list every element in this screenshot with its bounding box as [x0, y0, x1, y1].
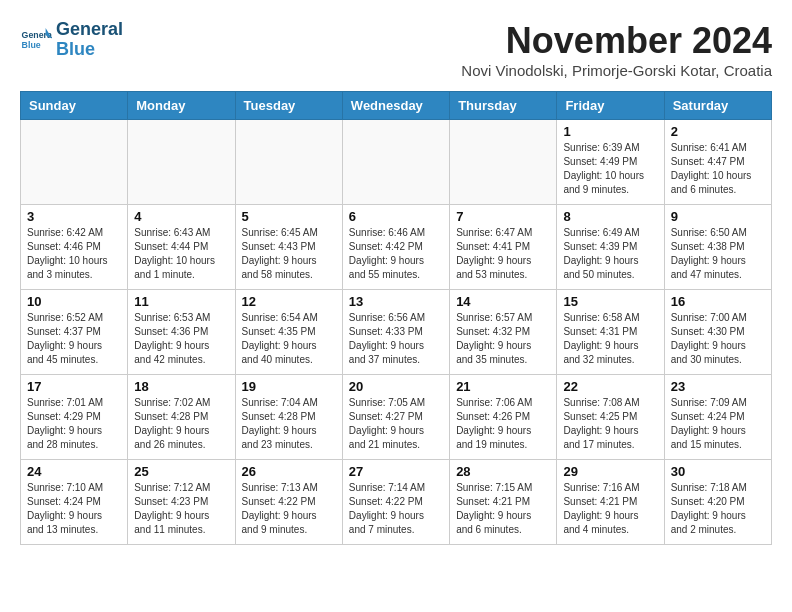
day-number: 7 — [456, 209, 550, 224]
column-header-monday: Monday — [128, 92, 235, 120]
day-number: 29 — [563, 464, 657, 479]
day-info: Sunrise: 7:02 AM Sunset: 4:28 PM Dayligh… — [134, 396, 228, 452]
day-info: Sunrise: 7:00 AM Sunset: 4:30 PM Dayligh… — [671, 311, 765, 367]
day-info: Sunrise: 7:05 AM Sunset: 4:27 PM Dayligh… — [349, 396, 443, 452]
calendar-cell: 27Sunrise: 7:14 AM Sunset: 4:22 PM Dayli… — [342, 460, 449, 545]
column-header-wednesday: Wednesday — [342, 92, 449, 120]
day-info: Sunrise: 6:42 AM Sunset: 4:46 PM Dayligh… — [27, 226, 121, 282]
day-number: 22 — [563, 379, 657, 394]
day-number: 24 — [27, 464, 121, 479]
calendar-cell: 29Sunrise: 7:16 AM Sunset: 4:21 PM Dayli… — [557, 460, 664, 545]
day-number: 23 — [671, 379, 765, 394]
calendar-cell: 9Sunrise: 6:50 AM Sunset: 4:38 PM Daylig… — [664, 205, 771, 290]
day-info: Sunrise: 6:52 AM Sunset: 4:37 PM Dayligh… — [27, 311, 121, 367]
calendar-cell — [342, 120, 449, 205]
calendar-cell — [450, 120, 557, 205]
day-number: 17 — [27, 379, 121, 394]
day-info: Sunrise: 6:50 AM Sunset: 4:38 PM Dayligh… — [671, 226, 765, 282]
calendar-cell: 12Sunrise: 6:54 AM Sunset: 4:35 PM Dayli… — [235, 290, 342, 375]
day-info: Sunrise: 6:46 AM Sunset: 4:42 PM Dayligh… — [349, 226, 443, 282]
calendar-cell: 28Sunrise: 7:15 AM Sunset: 4:21 PM Dayli… — [450, 460, 557, 545]
day-info: Sunrise: 6:49 AM Sunset: 4:39 PM Dayligh… — [563, 226, 657, 282]
day-info: Sunrise: 7:04 AM Sunset: 4:28 PM Dayligh… — [242, 396, 336, 452]
day-number: 14 — [456, 294, 550, 309]
day-number: 18 — [134, 379, 228, 394]
day-number: 11 — [134, 294, 228, 309]
day-number: 20 — [349, 379, 443, 394]
calendar-cell: 7Sunrise: 6:47 AM Sunset: 4:41 PM Daylig… — [450, 205, 557, 290]
calendar-table: SundayMondayTuesdayWednesdayThursdayFrid… — [20, 91, 772, 545]
day-number: 19 — [242, 379, 336, 394]
calendar-cell: 11Sunrise: 6:53 AM Sunset: 4:36 PM Dayli… — [128, 290, 235, 375]
calendar-cell: 8Sunrise: 6:49 AM Sunset: 4:39 PM Daylig… — [557, 205, 664, 290]
day-info: Sunrise: 7:09 AM Sunset: 4:24 PM Dayligh… — [671, 396, 765, 452]
day-info: Sunrise: 6:54 AM Sunset: 4:35 PM Dayligh… — [242, 311, 336, 367]
calendar-cell: 30Sunrise: 7:18 AM Sunset: 4:20 PM Dayli… — [664, 460, 771, 545]
day-number: 8 — [563, 209, 657, 224]
calendar-cell — [128, 120, 235, 205]
day-info: Sunrise: 6:39 AM Sunset: 4:49 PM Dayligh… — [563, 141, 657, 197]
calendar-cell: 17Sunrise: 7:01 AM Sunset: 4:29 PM Dayli… — [21, 375, 128, 460]
day-number: 10 — [27, 294, 121, 309]
day-number: 1 — [563, 124, 657, 139]
day-info: Sunrise: 7:16 AM Sunset: 4:21 PM Dayligh… — [563, 481, 657, 537]
day-info: Sunrise: 7:13 AM Sunset: 4:22 PM Dayligh… — [242, 481, 336, 537]
calendar-cell: 4Sunrise: 6:43 AM Sunset: 4:44 PM Daylig… — [128, 205, 235, 290]
day-info: Sunrise: 7:14 AM Sunset: 4:22 PM Dayligh… — [349, 481, 443, 537]
page-title: November 2024 — [461, 20, 772, 62]
day-info: Sunrise: 6:41 AM Sunset: 4:47 PM Dayligh… — [671, 141, 765, 197]
day-number: 6 — [349, 209, 443, 224]
day-number: 25 — [134, 464, 228, 479]
day-number: 27 — [349, 464, 443, 479]
day-number: 28 — [456, 464, 550, 479]
day-info: Sunrise: 7:18 AM Sunset: 4:20 PM Dayligh… — [671, 481, 765, 537]
calendar-cell: 19Sunrise: 7:04 AM Sunset: 4:28 PM Dayli… — [235, 375, 342, 460]
logo-line1: General — [56, 20, 123, 40]
day-info: Sunrise: 7:10 AM Sunset: 4:24 PM Dayligh… — [27, 481, 121, 537]
logo: General Blue General Blue — [20, 20, 123, 60]
calendar-cell: 21Sunrise: 7:06 AM Sunset: 4:26 PM Dayli… — [450, 375, 557, 460]
calendar-cell: 5Sunrise: 6:45 AM Sunset: 4:43 PM Daylig… — [235, 205, 342, 290]
column-header-friday: Friday — [557, 92, 664, 120]
calendar-cell — [21, 120, 128, 205]
day-number: 26 — [242, 464, 336, 479]
day-info: Sunrise: 7:06 AM Sunset: 4:26 PM Dayligh… — [456, 396, 550, 452]
column-header-thursday: Thursday — [450, 92, 557, 120]
day-number: 5 — [242, 209, 336, 224]
logo-line2: Blue — [56, 40, 123, 60]
calendar-cell: 15Sunrise: 6:58 AM Sunset: 4:31 PM Dayli… — [557, 290, 664, 375]
calendar-cell: 20Sunrise: 7:05 AM Sunset: 4:27 PM Dayli… — [342, 375, 449, 460]
calendar-cell: 2Sunrise: 6:41 AM Sunset: 4:47 PM Daylig… — [664, 120, 771, 205]
calendar-cell: 22Sunrise: 7:08 AM Sunset: 4:25 PM Dayli… — [557, 375, 664, 460]
calendar-cell: 13Sunrise: 6:56 AM Sunset: 4:33 PM Dayli… — [342, 290, 449, 375]
calendar-cell: 6Sunrise: 6:46 AM Sunset: 4:42 PM Daylig… — [342, 205, 449, 290]
day-info: Sunrise: 6:45 AM Sunset: 4:43 PM Dayligh… — [242, 226, 336, 282]
day-number: 13 — [349, 294, 443, 309]
calendar-cell: 23Sunrise: 7:09 AM Sunset: 4:24 PM Dayli… — [664, 375, 771, 460]
svg-text:Blue: Blue — [22, 40, 41, 50]
day-info: Sunrise: 7:01 AM Sunset: 4:29 PM Dayligh… — [27, 396, 121, 452]
column-header-sunday: Sunday — [21, 92, 128, 120]
day-number: 9 — [671, 209, 765, 224]
calendar-cell: 10Sunrise: 6:52 AM Sunset: 4:37 PM Dayli… — [21, 290, 128, 375]
calendar-cell: 24Sunrise: 7:10 AM Sunset: 4:24 PM Dayli… — [21, 460, 128, 545]
calendar-cell: 18Sunrise: 7:02 AM Sunset: 4:28 PM Dayli… — [128, 375, 235, 460]
day-number: 2 — [671, 124, 765, 139]
day-info: Sunrise: 6:58 AM Sunset: 4:31 PM Dayligh… — [563, 311, 657, 367]
location-subtitle: Novi Vinodolski, Primorje-Gorski Kotar, … — [461, 62, 772, 79]
calendar-cell: 1Sunrise: 6:39 AM Sunset: 4:49 PM Daylig… — [557, 120, 664, 205]
calendar-cell: 16Sunrise: 7:00 AM Sunset: 4:30 PM Dayli… — [664, 290, 771, 375]
day-info: Sunrise: 6:47 AM Sunset: 4:41 PM Dayligh… — [456, 226, 550, 282]
calendar-cell: 3Sunrise: 6:42 AM Sunset: 4:46 PM Daylig… — [21, 205, 128, 290]
day-info: Sunrise: 6:43 AM Sunset: 4:44 PM Dayligh… — [134, 226, 228, 282]
day-number: 4 — [134, 209, 228, 224]
day-number: 21 — [456, 379, 550, 394]
column-header-tuesday: Tuesday — [235, 92, 342, 120]
day-info: Sunrise: 7:08 AM Sunset: 4:25 PM Dayligh… — [563, 396, 657, 452]
day-number: 16 — [671, 294, 765, 309]
day-info: Sunrise: 6:53 AM Sunset: 4:36 PM Dayligh… — [134, 311, 228, 367]
day-number: 12 — [242, 294, 336, 309]
day-info: Sunrise: 7:12 AM Sunset: 4:23 PM Dayligh… — [134, 481, 228, 537]
calendar-cell — [235, 120, 342, 205]
calendar-cell: 14Sunrise: 6:57 AM Sunset: 4:32 PM Dayli… — [450, 290, 557, 375]
